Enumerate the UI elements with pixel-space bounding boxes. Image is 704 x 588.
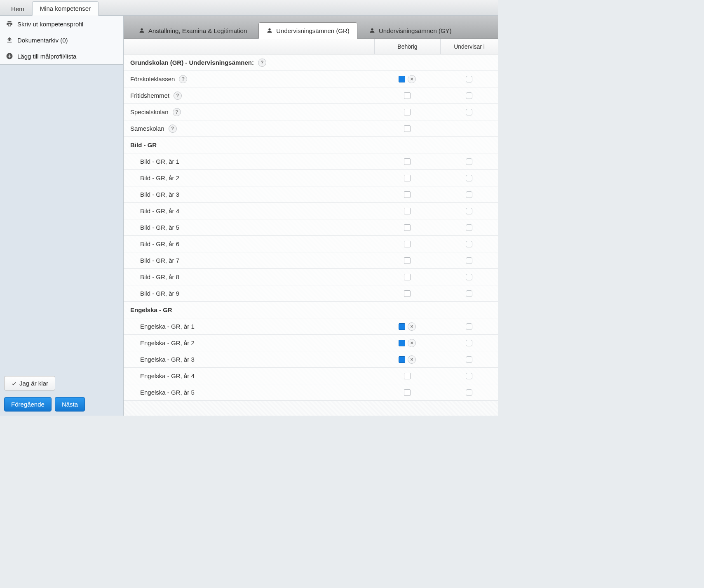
top-tab-bar: Hem Mina kompetenser bbox=[0, 0, 498, 16]
row-label: Förskoleklassen bbox=[130, 75, 175, 82]
behorig-checkbox[interactable] bbox=[404, 224, 411, 231]
behorig-checkbox[interactable] bbox=[404, 208, 411, 214]
row-label: Bild - GR, år 6 bbox=[140, 240, 179, 247]
behorig-cell bbox=[374, 257, 440, 264]
row-label-cell: Bild - GR, år 5 bbox=[124, 224, 374, 231]
row-label: Bild - GR, år 5 bbox=[140, 224, 179, 231]
undervisar-checkbox[interactable] bbox=[466, 290, 472, 297]
behorig-checkbox[interactable] bbox=[399, 76, 405, 82]
undervisar-cell bbox=[440, 356, 498, 363]
undervisar-checkbox[interactable] bbox=[466, 389, 472, 396]
row-label-cell: Specialskolan? bbox=[124, 108, 374, 116]
row-label-cell: Bild - GR, år 8 bbox=[124, 273, 374, 280]
behorig-cell bbox=[374, 125, 440, 132]
behorig-checkbox[interactable] bbox=[404, 175, 411, 181]
column-header-behorig: Behörig bbox=[374, 39, 440, 54]
help-icon[interactable]: ? bbox=[169, 125, 177, 133]
behorig-cell bbox=[374, 290, 440, 297]
help-icon[interactable]: ? bbox=[174, 92, 182, 100]
undervisar-checkbox[interactable] bbox=[466, 340, 472, 346]
column-header-subject bbox=[124, 39, 374, 54]
remove-icon[interactable]: × bbox=[408, 75, 416, 83]
prev-button[interactable]: Föregående bbox=[4, 397, 52, 412]
behorig-checkbox[interactable] bbox=[404, 257, 411, 264]
tab-label: Undervisningsämnen (GY) bbox=[379, 27, 452, 34]
undervisar-cell bbox=[440, 76, 498, 82]
sidebar-item-archive[interactable]: Dokumentarkiv (0) bbox=[0, 32, 123, 48]
tab-employment[interactable]: Anställning, Examina & Legitimation bbox=[131, 23, 254, 38]
undervisar-checkbox[interactable] bbox=[466, 224, 472, 231]
remove-icon[interactable]: × bbox=[408, 339, 416, 347]
sidebar-item-label: Skriv ut kompetensprofil bbox=[17, 21, 83, 28]
behorig-checkbox[interactable] bbox=[404, 373, 411, 379]
sidebar-item-print[interactable]: Skriv ut kompetensprofil bbox=[0, 16, 123, 32]
remove-icon[interactable]: × bbox=[408, 322, 416, 331]
sidebar: Skriv ut kompetensprofil Dokumentarkiv (… bbox=[0, 16, 124, 416]
behorig-checkbox[interactable] bbox=[404, 191, 411, 198]
tab-competences[interactable]: Mina kompetenser bbox=[32, 1, 99, 16]
table-row: Sameskolan? bbox=[124, 120, 498, 137]
help-icon[interactable]: ? bbox=[258, 59, 266, 67]
help-icon[interactable]: ? bbox=[173, 108, 181, 116]
table-row: Engelska - GR, år 1× bbox=[124, 318, 498, 335]
behorig-checkbox[interactable] bbox=[399, 356, 405, 363]
next-button[interactable]: Nästa bbox=[55, 397, 85, 412]
behorig-cell bbox=[374, 224, 440, 231]
behorig-checkbox[interactable] bbox=[399, 323, 405, 330]
undervisar-checkbox[interactable] bbox=[466, 76, 472, 82]
behorig-checkbox[interactable] bbox=[404, 109, 411, 115]
table-row: Bild - GR, år 6 bbox=[124, 236, 498, 252]
person-icon bbox=[138, 27, 145, 34]
row-label: Engelska - GR bbox=[130, 306, 172, 313]
undervisar-checkbox[interactable] bbox=[466, 257, 472, 264]
row-label: Bild - GR bbox=[130, 141, 157, 148]
tab-subjects-gr[interactable]: Undervisningsämnen (GR) bbox=[258, 22, 357, 39]
undervisar-checkbox[interactable] bbox=[466, 274, 472, 280]
table-row: Specialskolan? bbox=[124, 104, 498, 120]
behorig-cell bbox=[374, 241, 440, 247]
undervisar-checkbox[interactable] bbox=[466, 158, 472, 165]
row-label-cell: Engelska - GR, år 4 bbox=[124, 372, 374, 379]
sidebar-item-add-profile[interactable]: Lägg till målprofil/lista bbox=[0, 48, 123, 64]
undervisar-checkbox[interactable] bbox=[466, 323, 472, 330]
behorig-checkbox[interactable] bbox=[404, 92, 411, 99]
behorig-checkbox[interactable] bbox=[404, 158, 411, 165]
help-icon[interactable]: ? bbox=[179, 75, 187, 83]
undervisar-cell bbox=[440, 158, 498, 165]
behorig-checkbox[interactable] bbox=[404, 274, 411, 280]
behorig-checkbox[interactable] bbox=[404, 389, 411, 396]
behorig-cell bbox=[374, 175, 440, 181]
row-label: Bild - GR, år 1 bbox=[140, 158, 179, 165]
undervisar-checkbox[interactable] bbox=[466, 191, 472, 198]
row-label: Engelska - GR, år 5 bbox=[140, 389, 195, 396]
row-label-cell: Engelska - GR, år 5 bbox=[124, 389, 374, 396]
row-label-cell: Bild - GR, år 4 bbox=[124, 207, 374, 214]
row-label: Engelska - GR, år 2 bbox=[140, 339, 195, 346]
behorig-cell bbox=[374, 274, 440, 280]
undervisar-checkbox[interactable] bbox=[466, 109, 472, 115]
undervisar-checkbox[interactable] bbox=[466, 92, 472, 99]
done-button[interactable]: Jag är klar bbox=[4, 376, 55, 390]
behorig-checkbox[interactable] bbox=[404, 241, 411, 247]
undervisar-checkbox[interactable] bbox=[466, 356, 472, 363]
rows-container[interactable]: Grundskolan (GR) - Undervisningsämnen:?F… bbox=[124, 54, 498, 416]
undervisar-checkbox[interactable] bbox=[466, 208, 472, 214]
undervisar-checkbox[interactable] bbox=[466, 241, 472, 247]
behorig-cell: × bbox=[374, 322, 440, 331]
upload-icon bbox=[6, 36, 13, 44]
row-label: Bild - GR, år 3 bbox=[140, 191, 179, 198]
row-label: Engelska - GR, år 1 bbox=[140, 323, 195, 330]
tab-home[interactable]: Hem bbox=[3, 2, 32, 16]
remove-icon[interactable]: × bbox=[408, 355, 416, 364]
undervisar-cell bbox=[440, 92, 498, 99]
row-label: Bild - GR, år 2 bbox=[140, 174, 179, 181]
sidebar-item-label: Dokumentarkiv (0) bbox=[17, 37, 68, 44]
behorig-checkbox[interactable] bbox=[404, 125, 411, 132]
undervisar-checkbox[interactable] bbox=[466, 373, 472, 379]
tab-subjects-gy[interactable]: Undervisningsämnen (GY) bbox=[361, 23, 459, 38]
undervisar-checkbox[interactable] bbox=[466, 175, 472, 181]
row-label-cell: Bild - GR bbox=[124, 141, 374, 148]
table-row: Förskoleklassen?× bbox=[124, 71, 498, 87]
behorig-checkbox[interactable] bbox=[404, 290, 411, 297]
behorig-checkbox[interactable] bbox=[399, 340, 405, 346]
